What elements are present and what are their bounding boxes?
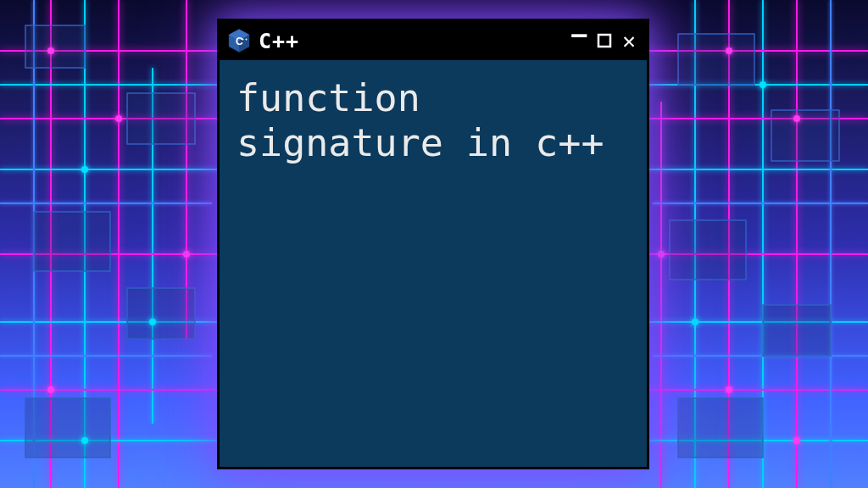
svg-point-13: [183, 251, 190, 258]
svg-point-12: [81, 166, 88, 173]
minimize-button[interactable]: —: [569, 20, 589, 49]
terminal-window: C + + C++ — ✕ function signature in c++: [217, 19, 649, 469]
close-button[interactable]: ✕: [620, 28, 638, 53]
svg-rect-30: [598, 35, 610, 47]
svg-rect-8: [763, 305, 831, 356]
window-controls: — ✕: [569, 26, 638, 55]
svg-point-15: [47, 386, 54, 393]
svg-point-22: [793, 437, 800, 444]
svg-point-16: [726, 47, 732, 54]
svg-point-14: [149, 319, 156, 325]
svg-point-19: [658, 251, 665, 258]
svg-rect-1: [127, 93, 195, 144]
svg-rect-7: [670, 220, 746, 280]
svg-text:+: +: [242, 36, 244, 42]
svg-point-10: [47, 47, 54, 54]
svg-rect-0: [25, 25, 85, 68]
svg-rect-4: [25, 398, 110, 458]
svg-rect-2: [34, 212, 110, 271]
maximize-button[interactable]: [594, 31, 615, 50]
svg-point-18: [793, 115, 800, 122]
terminal-content: function signature in c++: [220, 60, 647, 467]
svg-point-21: [726, 386, 732, 393]
svg-point-17: [760, 81, 766, 88]
window-title: C++: [259, 29, 562, 53]
svg-rect-3: [127, 288, 195, 339]
svg-point-20: [692, 319, 698, 325]
svg-rect-9: [678, 398, 763, 458]
cpp-icon: C + +: [226, 28, 252, 53]
svg-text:+: +: [245, 36, 248, 42]
svg-rect-5: [678, 34, 754, 85]
svg-point-23: [81, 437, 88, 444]
titlebar: C + + C++ — ✕: [220, 21, 647, 60]
svg-rect-6: [771, 110, 839, 161]
svg-point-11: [115, 115, 122, 122]
